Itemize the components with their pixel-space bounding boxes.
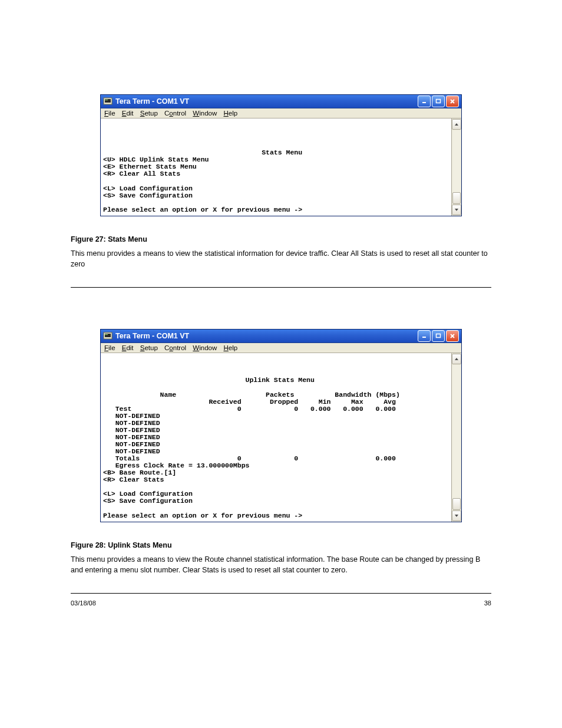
menu-edit[interactable]: Edit [122,344,134,351]
footer-date: 03/18/08 [71,599,96,607]
window-title: Tera Term - COM1 VT [115,97,418,106]
menu-control[interactable]: Control [164,344,186,351]
teraterm-window-1: Tera Term - COM1 VT File Edit Setu [100,94,462,216]
menu-setup[interactable]: Setup [140,110,158,117]
menubar: File Edit Setup Control Window Help [101,343,461,353]
maximize-button[interactable] [432,330,445,342]
footer-divider [71,593,491,594]
menu-control[interactable]: Control [164,110,186,117]
scrollbar[interactable] [451,118,461,216]
caption-text: This menu provides a means to view the R… [71,554,491,575]
menu-setup[interactable]: Setup [140,344,158,351]
scrollbar[interactable] [451,353,461,521]
menu-window[interactable]: Window [193,110,217,117]
caption-title: Figure 27: Stats Menu [71,234,491,245]
scroll-up-button[interactable] [452,354,461,364]
app-icon [103,97,113,106]
scroll-thumb[interactable] [452,498,461,510]
figure-28-caption: Figure 28: Uplink Stats Menu This menu p… [71,540,491,575]
svg-rect-10 [105,334,111,337]
window-title: Tera Term - COM1 VT [115,332,418,340]
menubar: File Edit Setup Control Window Help [101,108,461,118]
scroll-down-button[interactable] [452,510,461,521]
terminal-output[interactable]: Uplink Stats Menu Name Packets Bandwidth… [101,353,451,521]
scroll-down-button[interactable] [452,205,461,215]
minimize-button[interactable] [418,330,431,342]
scroll-up-button[interactable] [452,119,461,130]
menu-edit[interactable]: Edit [122,110,134,117]
terminal-output[interactable]: Stats Menu <U> HDLC Uplink Stats Menu <E… [101,118,451,216]
footer-page: 38 [484,599,491,607]
close-button[interactable] [446,330,459,342]
menu-help[interactable]: Help [223,344,237,351]
svg-marker-7 [455,123,458,126]
scroll-thumb[interactable] [452,192,461,204]
minimize-button[interactable] [418,95,431,107]
teraterm-window-2: Tera Term - COM1 VT File Edit Setu [100,329,462,522]
menu-window[interactable]: Window [193,344,217,351]
titlebar[interactable]: Tera Term - COM1 VT [101,330,461,343]
svg-marker-16 [455,358,458,360]
svg-rect-1 [105,99,111,103]
titlebar[interactable]: Tera Term - COM1 VT [101,95,461,108]
caption-title: Figure 28: Uplink Stats Menu [71,540,491,551]
scroll-track[interactable] [452,365,461,509]
section-divider [71,287,491,288]
page-footer: 03/18/08 38 [71,599,491,607]
scroll-track[interactable] [452,130,461,204]
svg-rect-13 [437,334,441,338]
svg-marker-17 [455,515,458,517]
figure-27-caption: Figure 27: Stats Menu This menu provides… [71,234,491,269]
menu-file[interactable]: File [104,110,115,117]
menu-help[interactable]: Help [223,110,237,117]
svg-rect-4 [437,100,441,103]
menu-file[interactable]: File [104,344,115,351]
maximize-button[interactable] [432,95,445,107]
caption-text: This menu provides a means to view the s… [71,248,491,269]
app-icon [103,331,113,341]
svg-marker-8 [455,209,458,211]
close-button[interactable] [446,95,459,107]
